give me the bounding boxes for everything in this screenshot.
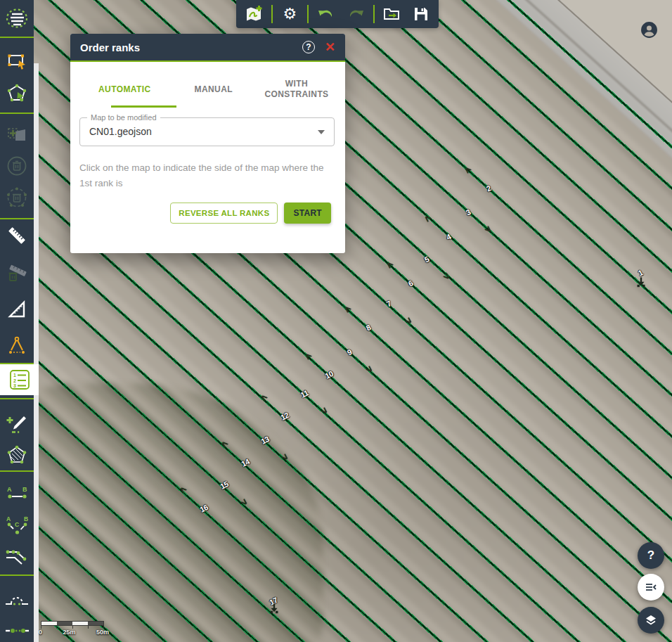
delete-selection-icon: [6, 186, 28, 209]
compass-tool[interactable]: [0, 330, 34, 361]
svg-text:A: A: [6, 515, 11, 522]
delete-feature-tool[interactable]: [0, 150, 34, 181]
active-tab-underline: [111, 105, 176, 108]
svg-text:A: A: [7, 486, 12, 493]
dialog-header[interactable]: Order ranks ? ✕: [70, 34, 345, 62]
user-avatar[interactable]: [640, 21, 658, 41]
order-ranks-icon: 1 2 3: [8, 368, 31, 391]
settings-button[interactable]: ⚙: [278, 2, 302, 26]
collapse-menu-fab[interactable]: [638, 574, 664, 601]
start-button[interactable]: START: [284, 203, 331, 224]
add-map-button[interactable]: [242, 2, 266, 26]
draw-line-tool[interactable]: [0, 409, 34, 439]
field-rows-icon: [5, 6, 29, 30]
svg-text:B: B: [24, 515, 28, 522]
delete-feature-icon: [6, 155, 28, 177]
angle-abc-icon: A B C: [4, 515, 30, 537]
collapse-menu-icon: [644, 580, 658, 594]
sidebar-scrollbar[interactable]: [34, 63, 39, 642]
settings-gear-icon: ⚙: [283, 6, 297, 22]
offset-lines-tool[interactable]: [0, 541, 34, 572]
undo-icon: [316, 4, 336, 24]
dialog-actions: REVERSE ALL RANKS START: [70, 203, 331, 224]
add-shape-tool[interactable]: [0, 118, 34, 149]
order-ranks-dialog: Order ranks ? ✕ AUTOMATIC MANUAL WITH CO…: [70, 34, 345, 253]
select-polygon-icon: [6, 83, 27, 104]
scale-label-end: 50m: [96, 629, 109, 636]
scale-label-zero: 0: [39, 629, 42, 636]
offset-lines-icon: [4, 546, 30, 568]
select-rectangle-icon: [6, 51, 27, 72]
help-icon: ?: [647, 548, 654, 563]
save-button[interactable]: [409, 2, 433, 26]
tab-automatic[interactable]: AUTOMATIC: [80, 84, 169, 95]
dialog-tabs: AUTOMATIC MANUAL WITH CONSTRAINTS: [70, 62, 345, 100]
order-ranks-tool[interactable]: 1 2 3: [0, 364, 39, 395]
export-folder-icon: [382, 4, 401, 24]
svg-text:2: 2: [13, 378, 16, 383]
draw-line-icon: [5, 412, 29, 436]
svg-text:B: B: [22, 486, 27, 493]
svg-text:3: 3: [13, 383, 16, 388]
redo-button[interactable]: [344, 2, 368, 26]
segment-ab-icon: A B: [4, 484, 30, 505]
map-select-value: CN01.geojson: [89, 126, 152, 137]
select-rectangle-tool[interactable]: [0, 46, 34, 77]
scale-bar-segments: [41, 621, 104, 626]
scale-label-mid: 25m: [63, 629, 75, 636]
user-avatar-icon: [640, 21, 658, 39]
dialog-title: Order ranks: [80, 41, 302, 53]
svg-text:C: C: [15, 521, 19, 528]
close-icon[interactable]: ✕: [325, 41, 335, 53]
tab-manual[interactable]: MANUAL: [169, 84, 259, 95]
draw-polygon-icon: [6, 444, 28, 466]
field-rows-tool[interactable]: [0, 3, 34, 34]
tool-sidebar: 1 2 3: [0, 0, 34, 642]
svg-text:1: 1: [13, 373, 16, 378]
arc-icon: [4, 589, 30, 610]
add-map-icon: [244, 4, 264, 24]
add-shape-icon: [6, 123, 27, 144]
app-window: 12>3>4>5>6>7>8>9>10>11>12>13>14>15>16>17…: [0, 0, 672, 642]
undo-button[interactable]: [314, 2, 338, 26]
layers-icon: [644, 613, 658, 627]
measure-ruler-icon: [5, 224, 29, 248]
tab-with-constraints[interactable]: WITH CONSTRAINTS: [258, 79, 335, 100]
map-select[interactable]: Map to be modified CN01.geojson: [79, 117, 335, 146]
help-icon[interactable]: ?: [302, 41, 315, 53]
map-scale-bar: 0 25m 50m: [41, 621, 108, 636]
set-square-icon: [5, 297, 29, 321]
segment-ab-tool[interactable]: A B: [0, 479, 34, 510]
top-toolbar: ⚙: [236, 0, 439, 28]
draw-polygon-tool[interactable]: [0, 439, 34, 470]
map-select-label: Map to be modified: [87, 113, 160, 122]
reverse-all-ranks-button[interactable]: REVERSE ALL RANKS: [170, 203, 278, 224]
delete-measure-icon: [5, 261, 29, 285]
select-polygon-tool[interactable]: [0, 78, 34, 109]
compass-icon: [5, 334, 29, 358]
save-icon: [412, 5, 430, 23]
dashed-line-tool[interactable]: [0, 619, 34, 642]
redo-icon: [346, 4, 366, 24]
export-folder-button[interactable]: [380, 2, 403, 26]
dashed-line-icon: [4, 624, 30, 642]
layers-fab[interactable]: [638, 607, 664, 634]
help-fab[interactable]: ?: [638, 542, 664, 569]
delete-selection-tool[interactable]: [0, 182, 34, 213]
delete-measure-tool[interactable]: [0, 257, 34, 288]
dialog-instruction: Click on the map to indicate the side of…: [79, 160, 334, 192]
set-square-tool[interactable]: [0, 294, 34, 325]
chevron-down-icon: [318, 130, 325, 134]
measure-ruler-tool[interactable]: [0, 220, 34, 251]
angle-abc-tool[interactable]: A B C: [0, 511, 34, 541]
arc-tool[interactable]: [0, 584, 34, 615]
